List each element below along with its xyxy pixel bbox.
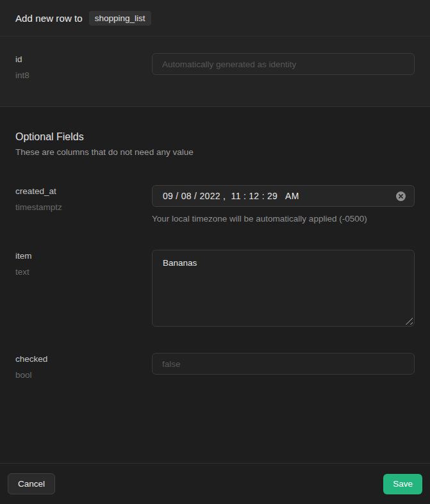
optional-fields-section: Optional Fields These are columns that d… — [0, 107, 430, 463]
save-button[interactable]: Save — [383, 474, 422, 494]
created-at-datetime-input[interactable]: 09 / 08 / 2022 , 11 : 12 : 29 AM — [152, 185, 415, 207]
optional-fields-subheading: These are columns that do not need any v… — [15, 147, 415, 157]
field-type-checked: bool — [15, 370, 152, 380]
add-row-panel: Add new row to shopping_list id int8 Opt… — [0, 0, 430, 504]
field-row-id: id int8 — [15, 53, 415, 80]
field-type-created-at: timestamptz — [15, 202, 152, 212]
created-at-control: 09 / 08 / 2022 , 11 : 12 : 29 AM Your lo… — [152, 185, 415, 224]
panel-footer: Cancel Save — [0, 463, 430, 504]
field-labels-id: id int8 — [15, 53, 152, 80]
timezone-helper-text: Your local timezone will be automaticall… — [152, 214, 415, 224]
circle-x-icon — [395, 191, 406, 202]
cancel-button[interactable]: Cancel — [8, 473, 55, 494]
table-name-badge: shopping_list — [89, 11, 151, 26]
required-fields-section: id int8 — [0, 37, 430, 107]
field-labels-checked: checked bool — [15, 353, 152, 380]
optional-fields-heading: Optional Fields — [15, 131, 415, 143]
field-name-id: id — [15, 54, 152, 64]
panel-header: Add new row to shopping_list — [0, 0, 430, 37]
field-labels-created-at: created_at timestamptz — [15, 185, 152, 212]
panel-title: Add new row to — [15, 13, 83, 24]
field-type-id: int8 — [15, 70, 152, 80]
field-name-checked: checked — [15, 354, 152, 364]
field-name-created-at: created_at — [15, 186, 152, 196]
field-row-checked: checked bool — [15, 353, 415, 380]
id-input[interactable] — [152, 53, 415, 75]
field-row-created-at: created_at timestamptz 09 / 08 / 2022 , … — [15, 185, 415, 224]
field-labels-item: item text — [15, 250, 152, 277]
checked-input[interactable] — [152, 353, 415, 375]
field-row-item: item text Bananas — [15, 250, 415, 327]
clear-datetime-button[interactable] — [395, 191, 406, 202]
item-textarea[interactable]: Bananas — [152, 250, 415, 327]
field-name-item: item — [15, 251, 152, 261]
item-textarea-wrap: Bananas — [152, 250, 415, 327]
field-type-item: text — [15, 267, 152, 277]
created-at-value: 09 / 08 / 2022 , 11 : 12 : 29 AM — [163, 191, 299, 201]
